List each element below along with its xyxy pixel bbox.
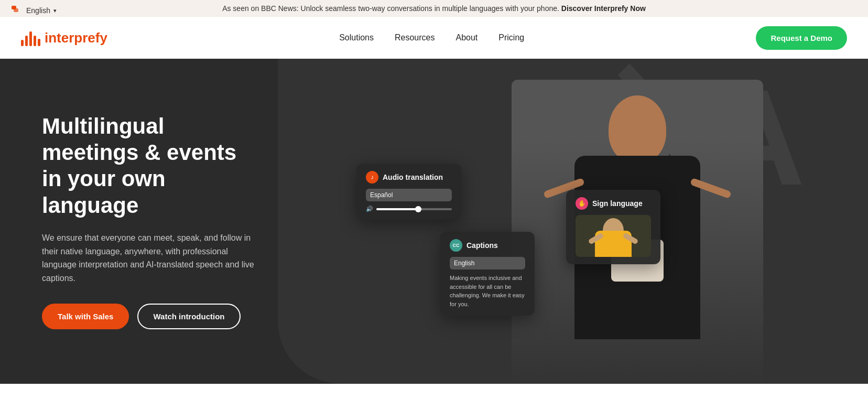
audio-translation-icon: ♪ [366,171,378,184]
hero-buttons: Talk with Sales Watch introduction [42,304,262,329]
chevron-down-icon: ▾ [53,7,57,14]
volume-track[interactable] [376,208,452,210]
chat-icon [10,4,23,17]
captions-overlay: CC Captions English Español Making event… [440,232,535,316]
audio-translation-label: Audio translation [383,173,443,181]
nav-solutions[interactable]: Solutions [339,33,374,42]
logo-text: interprefy [45,30,107,46]
language-label: English [26,6,50,15]
header: interprefy Solutions Resources About Pri… [0,17,868,59]
hero-title: Multilingual meetings & events in your o… [42,113,262,219]
nav-about[interactable]: About [455,33,478,42]
discover-link[interactable]: Discover Interprefy Now [561,4,646,13]
request-demo-button[interactable]: Request a Demo [756,26,847,50]
sign-language-icon: ✋ [576,197,588,210]
main-nav: Solutions Resources About Pricing [339,33,524,42]
sign-language-overlay: ✋ Sign language [566,190,660,264]
volume-knob[interactable] [415,206,421,212]
captions-text: Making events inclusive and accessible f… [450,274,525,308]
banner-text: As seen on BBC News: Unlock seamless two… [222,4,559,13]
logo[interactable]: interprefy [21,29,107,46]
audio-translation-overlay: ♪ Audio translation Español English Fren… [356,164,461,220]
captions-language-select[interactable]: English Español [450,257,525,269]
svg-rect-1 [14,8,18,12]
watch-introduction-button[interactable]: Watch introduction [137,304,240,329]
captions-label: Captions [466,241,498,250]
language-selector[interactable]: English ▾ [10,4,57,17]
volume-icon: 🔊 [366,206,373,212]
top-banner: As seen on BBC News: Unlock seamless two… [0,0,868,17]
volume-control: 🔊 [366,206,452,212]
hero-subtitle: We ensure that everyone can meet, speak,… [42,231,262,285]
hero-section: 文A Multilingual meetings & events in you… [0,59,868,384]
talk-with-sales-button[interactable]: Talk with Sales [42,304,129,329]
logo-icon [21,29,40,46]
hero-content: Multilingual meetings & events in your o… [0,82,304,361]
captions-icon: CC [450,239,462,252]
nav-pricing[interactable]: Pricing [498,33,524,42]
sign-language-label: Sign language [592,199,643,208]
sign-language-video [576,215,651,257]
nav-resources[interactable]: Resources [395,33,435,42]
audio-language-select[interactable]: Español English French [366,189,452,201]
